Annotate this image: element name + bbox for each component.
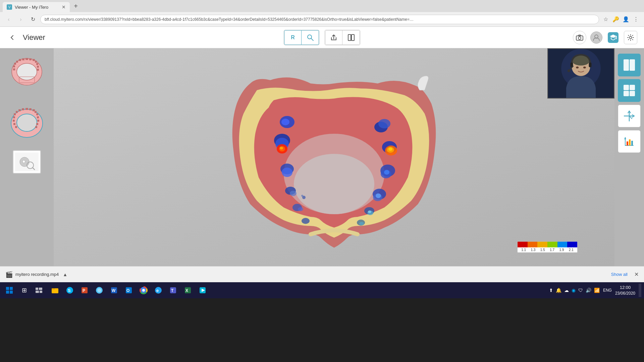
show-all-btn[interactable]: Show all: [611, 272, 628, 277]
svg-point-93: [583, 66, 586, 68]
svg-rect-42: [13, 123, 15, 125]
file-icon: 🎬: [5, 271, 13, 278]
lang-indicator: ENG: [603, 288, 612, 293]
taskbar-app-skype[interactable]: S: [63, 284, 76, 297]
svg-rect-32: [33, 109, 35, 111]
svg-rect-35: [37, 116, 39, 118]
svg-rect-13: [22, 58, 24, 60]
taskbar-app-word[interactable]: W: [107, 284, 121, 297]
settings-btn[interactable]: [624, 31, 637, 44]
taskbar-app-chrome[interactable]: [137, 284, 150, 297]
right-panel: [614, 48, 644, 266]
svg-rect-43: [15, 126, 17, 128]
app-header: Viewer R: [0, 27, 644, 48]
svg-rect-90: [589, 63, 592, 67]
reload-nav-btn[interactable]: ↻: [28, 15, 38, 24]
color-scale: 1.1 1.3 1.5 1.7 1.9 2.1: [517, 241, 578, 253]
svg-text:X: X: [185, 288, 188, 293]
svg-rect-3: [352, 35, 354, 41]
axes-btn[interactable]: [618, 105, 641, 127]
taskbar-app-ppt[interactable]: P: [78, 284, 91, 297]
volume-icon: 🔊: [586, 288, 591, 293]
bookmark-btn[interactable]: ☆: [602, 15, 610, 23]
split-4-btn[interactable]: [618, 79, 641, 102]
forward-nav-btn[interactable]: ›: [16, 15, 25, 24]
taskbar-app-explorer[interactable]: [48, 284, 62, 297]
left-panel: [0, 48, 54, 266]
taskbar-app-clip[interactable]: [196, 284, 209, 297]
wifi-icon: 📶: [594, 288, 600, 293]
webcam-feed: [548, 49, 614, 98]
taskbar-search[interactable]: ⊞: [17, 284, 31, 297]
svg-point-51: [294, 154, 374, 214]
learn-btn[interactable]: [606, 31, 620, 44]
taskbar-app-excel[interactable]: X: [181, 284, 195, 297]
extension-btn[interactable]: 🔑: [612, 15, 620, 23]
taskbar-clock[interactable]: 12:00 23/06/2020: [615, 285, 635, 296]
svg-rect-16: [33, 59, 35, 61]
svg-rect-2: [348, 35, 351, 41]
scale-label-5: 1.9: [559, 248, 564, 252]
split-2-btn[interactable]: [618, 54, 641, 76]
svg-text:e: e: [156, 288, 159, 293]
search-btn[interactable]: [302, 30, 319, 45]
show-desktop-btn[interactable]: [639, 284, 641, 297]
browser-tabs: V Viewer - My iTero ✕ +: [0, 0, 644, 12]
taskbar-app-teams[interactable]: T: [166, 284, 180, 297]
svg-rect-41: [13, 120, 15, 122]
svg-point-82: [359, 222, 364, 225]
tab-favicon: V: [7, 4, 12, 10]
scale-label-6: 2.1: [569, 248, 574, 252]
close-downloads-btn[interactable]: ✕: [634, 271, 639, 278]
scan-thumbnail[interactable]: [13, 150, 41, 174]
download-chevron[interactable]: ▲: [61, 272, 69, 277]
svg-rect-120: [40, 291, 42, 293]
taskbar-app-ie[interactable]: e: [152, 284, 165, 297]
scale-label-1: 1.1: [521, 248, 526, 252]
task-view-btn[interactable]: [32, 284, 46, 297]
taskbar-app-photos[interactable]: [93, 284, 106, 297]
records-btn[interactable]: R: [284, 30, 302, 45]
share-btn[interactable]: [325, 30, 342, 45]
tray-icons: ⬆ 🔔 ☁ ◉ 🛡 🔊 📶: [549, 288, 600, 293]
nav-actions: ☆ 🔑 👤 ⋮: [602, 15, 640, 23]
start-btn[interactable]: [3, 284, 16, 297]
taskbar-app-outlook[interactable]: O: [122, 284, 136, 297]
address-text: bff.cloud.myitero.com/rx/viewer/33890913…: [45, 17, 414, 22]
back-nav-btn[interactable]: ‹: [4, 15, 13, 24]
action-btn-group: [325, 30, 360, 45]
browser-tab[interactable]: V Viewer - My iTero ✕: [3, 2, 70, 12]
security-icon: 🛡: [578, 288, 583, 293]
svg-point-84: [301, 195, 303, 197]
svg-point-47: [22, 160, 25, 163]
system-tray: ⬆ 🔔 ☁ ◉ 🛡 🔊 📶 ENG 12:00 23/06/2020: [549, 284, 641, 297]
menu-btn[interactable]: ⋮: [632, 15, 640, 23]
upper-arch-diagram[interactable]: [5, 54, 48, 97]
viewer-canvas: 1.1 1.3 1.5 1.7 1.9 2.1: [54, 48, 614, 266]
svg-rect-23: [13, 68, 15, 70]
svg-rect-37: [36, 123, 38, 125]
header-right: [573, 31, 637, 44]
svg-rect-19: [37, 66, 39, 68]
svg-rect-14: [25, 58, 28, 60]
address-bar[interactable]: bff.cloud.myitero.com/rx/viewer/33890913…: [40, 15, 599, 24]
app-title: Viewer: [23, 33, 45, 42]
svg-rect-94: [624, 59, 629, 71]
compare-btn[interactable]: [342, 30, 360, 45]
svg-text:W: W: [112, 288, 116, 293]
new-tab-btn[interactable]: +: [70, 0, 82, 12]
scale-label-4: 1.7: [550, 248, 554, 252]
svg-rect-39: [14, 113, 16, 115]
svg-rect-36: [37, 120, 39, 122]
back-button[interactable]: [7, 32, 17, 43]
svg-point-91: [568, 69, 570, 72]
user-avatar[interactable]: [590, 32, 602, 44]
lower-arch-diagram[interactable]: [5, 102, 48, 145]
tab-close-btn[interactable]: ✕: [62, 4, 66, 10]
scale-label-3: 1.5: [540, 248, 545, 252]
profile-btn[interactable]: 👤: [622, 15, 630, 23]
heatmap-btn[interactable]: [618, 130, 641, 153]
toolbar-center: R: [284, 30, 360, 45]
camera-btn[interactable]: [573, 31, 586, 44]
svg-point-77: [376, 193, 381, 198]
